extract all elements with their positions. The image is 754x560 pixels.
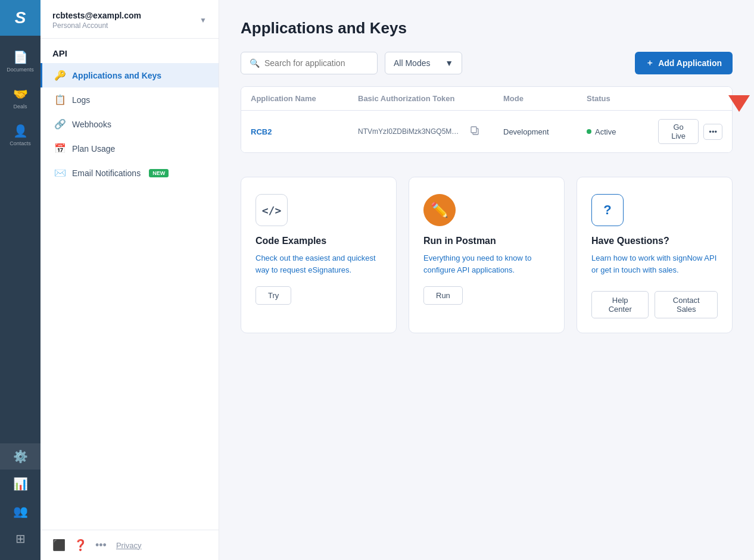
nav-item-logs-label: Logs	[72, 95, 90, 105]
cell-token: NTVmYzI0ZDBiMzk3NGQ5MTFhZTVkZGM1MjQyNDg1…	[348, 119, 470, 144]
account-dropdown-chevron[interactable]: ▼	[200, 16, 207, 24]
info-cards: </> Code Examples Check out the easiest …	[241, 177, 733, 333]
add-application-label: Add Application	[658, 58, 722, 68]
contact-sales-button[interactable]: Contact Sales	[655, 291, 718, 318]
copy-token-button[interactable]	[470, 117, 494, 146]
email-notifications-icon: ✉️	[54, 167, 66, 179]
nav-item-logs[interactable]: 📋 Logs	[40, 87, 219, 112]
status-dot	[587, 129, 591, 134]
postman-run-button[interactable]: Run	[423, 286, 463, 305]
user-info: rcbtests@exampl.com Personal Account	[52, 11, 141, 30]
th-copy	[470, 87, 494, 110]
code-examples-desc: Check out the easiest and quickest way t…	[256, 252, 382, 276]
toolbar: 🔍 All Modes ▼ ＋ Add Application	[241, 52, 733, 74]
nav-items: 🔑 Applications and Keys 📋 Logs 🔗 Webhook…	[40, 63, 219, 185]
contacts-icon: 👤	[13, 124, 28, 138]
cell-app-name[interactable]: RCB2	[241, 119, 348, 145]
nav-item-applications[interactable]: 🔑 Applications and Keys	[40, 63, 219, 87]
questions-icon-wrap: ?	[591, 194, 624, 226]
info-card-postman: ✏️ Run in Postman Everything you need to…	[409, 177, 565, 333]
logout-icon[interactable]: ⬛	[52, 539, 66, 552]
user-email: rcbtests@exampl.com	[52, 11, 141, 20]
sidebar-item-table[interactable]: 📊	[0, 471, 40, 497]
table-icon: 📊	[13, 477, 28, 491]
nav-item-plan-usage-label: Plan Usage	[72, 144, 115, 154]
add-application-button[interactable]: ＋ Add Application	[635, 52, 733, 74]
questions-buttons: Help Center Contact Sales	[591, 286, 718, 318]
sidebar-item-deals[interactable]: 🤝 Deals	[0, 79, 40, 115]
postman-desc: Everything you need to know to configure…	[423, 252, 550, 276]
mode-dropdown[interactable]: All Modes ▼	[385, 52, 462, 74]
help-icon[interactable]: ❓	[74, 539, 87, 552]
sidebar-item-grid[interactable]: ⊞	[0, 525, 40, 552]
cell-mode: Development	[494, 119, 577, 145]
left-nav-header: rcbtests@exampl.com Personal Account ▼	[40, 0, 219, 39]
nav-item-webhooks[interactable]: 🔗 Webhooks	[40, 112, 219, 136]
status-label: Active	[595, 127, 616, 136]
app-logo: S	[15, 8, 26, 27]
postman-icon-wrap: ✏️	[423, 194, 456, 226]
code-examples-try-button[interactable]: Try	[256, 286, 291, 305]
new-badge: NEW	[149, 169, 169, 177]
chevron-down-icon: ▼	[445, 58, 453, 68]
privacy-link[interactable]: Privacy	[116, 541, 142, 550]
sidebar-item-user-group[interactable]: 👥	[0, 498, 40, 524]
arrow-indicator	[728, 95, 750, 112]
left-nav-footer: ⬛ ❓ ••• Privacy	[40, 530, 219, 560]
icon-sidebar-top-items: 📄 Documents 🤝 Deals 👤 Contacts	[0, 36, 40, 443]
sidebar-item-label-deals: Deals	[13, 104, 27, 110]
nav-item-email-notifications[interactable]: ✉️ Email Notifications NEW	[40, 161, 219, 185]
search-icon: 🔍	[250, 58, 260, 68]
sidebar-item-contacts[interactable]: 👤 Contacts	[0, 115, 40, 152]
user-group-icon: 👥	[13, 504, 28, 518]
grid-icon: ⊞	[15, 531, 26, 546]
documents-icon: 📄	[13, 50, 28, 64]
icon-sidebar-bottom-items: ⚙️ 📊 👥 ⊞	[0, 443, 40, 560]
sidebar-item-api[interactable]: ⚙️	[0, 443, 40, 470]
logo-button[interactable]: S	[0, 0, 40, 36]
nav-item-plan-usage[interactable]: 📅 Plan Usage	[40, 136, 219, 161]
sidebar-item-label-documents: Documents	[7, 67, 34, 73]
account-type: Personal Account	[52, 21, 141, 30]
page-title: Applications and Keys	[241, 19, 733, 37]
th-app-name: Application Name	[241, 87, 348, 110]
plan-usage-icon: 📅	[54, 143, 66, 154]
help-center-button[interactable]: Help Center	[591, 291, 649, 318]
table-row: RCB2 NTVmYzI0ZDBiMzk3NGQ5MTFhZTVkZGM1MjQ…	[241, 111, 732, 152]
left-nav: rcbtests@exampl.com Personal Account ▼ A…	[40, 0, 219, 560]
nav-item-email-notifications-label: Email Notifications	[72, 168, 141, 178]
nav-section-title: API	[40, 39, 219, 63]
more-options-button[interactable]: •••	[703, 124, 722, 140]
questions-desc: Learn how to work with signNow API or ge…	[591, 252, 718, 276]
th-status: Status	[577, 87, 649, 110]
code-examples-title: Code Examples	[256, 236, 382, 246]
more-options-icon[interactable]: •••	[95, 539, 107, 552]
th-mode: Mode	[494, 87, 577, 110]
icon-sidebar: S 📄 Documents 🤝 Deals 👤 Contacts ⚙️ 📊 👥 …	[0, 0, 40, 560]
info-card-questions: ? Have Questions? Learn how to work with…	[577, 177, 733, 333]
question-icon: ?	[603, 202, 611, 218]
svg-rect-1	[471, 127, 476, 133]
search-box: 🔍	[241, 52, 378, 74]
arrow-down	[728, 95, 750, 112]
postman-title: Run in Postman	[423, 236, 550, 246]
postman-icon: ✏️	[431, 202, 448, 218]
nav-item-applications-label: Applications and Keys	[72, 71, 161, 80]
sidebar-item-documents[interactable]: 📄 Documents	[0, 42, 40, 79]
search-input[interactable]	[264, 58, 369, 68]
webhooks-icon: 🔗	[54, 118, 66, 130]
questions-title: Have Questions?	[591, 236, 718, 246]
mode-dropdown-selected: All Modes	[394, 58, 430, 68]
go-live-button[interactable]: Go Live	[658, 119, 699, 144]
deals-icon: 🤝	[13, 87, 28, 101]
cell-status: Active	[577, 119, 649, 145]
th-token: Basic Authorization Token	[348, 87, 470, 110]
api-icon: ⚙️	[13, 449, 28, 464]
cell-actions: Go Live •••	[649, 111, 732, 152]
applications-table: Application Name Basic Authorization Tok…	[241, 86, 733, 153]
applications-icon: 🔑	[54, 70, 66, 81]
th-actions	[649, 87, 732, 110]
code-icon: </>	[262, 204, 282, 217]
table-header: Application Name Basic Authorization Tok…	[241, 87, 732, 111]
info-card-code-examples: </> Code Examples Check out the easiest …	[241, 177, 397, 333]
